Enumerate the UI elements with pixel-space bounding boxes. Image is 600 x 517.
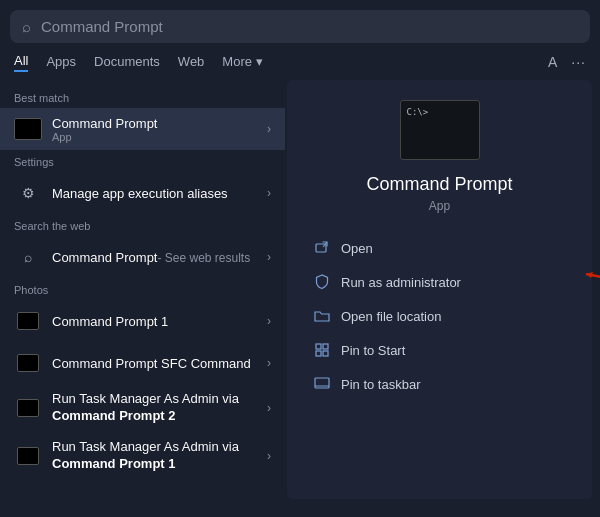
tab-all[interactable]: All [14,51,28,72]
photo-item-2[interactable]: Run Task Manager As Admin viaCommand Pro… [0,384,285,432]
folder-icon [313,307,331,325]
action-pin-taskbar[interactable]: Pin to taskbar [303,367,576,401]
search-bar: ⌕ Command Prompt [10,10,590,43]
best-match-text: Command Prompt App [52,116,257,143]
best-match-item[interactable]: Command Prompt App › [0,108,285,150]
open-icon [313,239,331,257]
search-web-chevron: › [267,250,271,264]
photo-icon-0 [14,307,42,335]
photos-label: Photos [0,278,285,300]
right-panel: Command Prompt App Open [287,80,592,499]
action-pin-start[interactable]: Pin to Start [303,333,576,367]
photo-item-3[interactable]: Run Task Manager As Admin viaCommand Pro… [0,432,285,480]
action-list: Open Run as administrator [303,231,576,401]
photo-chevron-1: › [267,356,271,370]
settings-label: Settings [0,150,285,172]
action-run-admin[interactable]: Run as administrator [303,265,576,299]
search-web-item[interactable]: ⌕ Command Prompt- See web results › [0,236,285,278]
best-match-label: Best match [0,86,285,108]
red-arrow [581,270,600,294]
action-run-admin-label: Run as administrator [341,275,461,290]
cmd-icon-best [14,115,42,143]
photo-item-0[interactable]: Command Prompt 1 › [0,300,285,342]
left-panel: Best match Command Prompt App › Settings… [0,80,285,507]
photo-title-3: Run Task Manager As Admin viaCommand Pro… [52,439,257,473]
tab-web[interactable]: Web [178,52,205,71]
main-content: Best match Command Prompt App › Settings… [0,80,600,507]
photo-text-0: Command Prompt 1 [52,314,257,329]
settings-chevron: › [267,186,271,200]
best-match-chevron: › [267,122,271,136]
svg-rect-3 [316,344,321,349]
pin-start-icon [313,341,331,359]
photo-title-0: Command Prompt 1 [52,314,257,329]
search-web-icon: ⌕ [14,243,42,271]
tab-apps[interactable]: Apps [46,52,76,71]
photo-icon-2 [14,394,42,422]
app-type: App [429,199,450,213]
svg-rect-6 [323,351,328,356]
photo-text-1: Command Prompt SFC Command [52,356,257,371]
photo-chevron-0: › [267,314,271,328]
settings-icon: ⚙ [14,179,42,207]
photo-title-1: Command Prompt SFC Command [52,356,257,371]
svg-rect-4 [323,344,328,349]
shield-icon [313,273,331,291]
action-open[interactable]: Open [303,231,576,265]
search-web-label: Search the web [0,214,285,236]
app-name: Command Prompt [366,174,512,195]
photo-icon-1 [14,349,42,377]
best-match-title: Command Prompt [52,116,257,131]
search-web-title: Command Prompt- See web results [52,250,257,265]
settings-item[interactable]: ⚙ Manage app execution aliases › [0,172,285,214]
font-size-button[interactable]: A [548,54,557,70]
settings-item-text: Manage app execution aliases [52,186,257,201]
photo-text-2: Run Task Manager As Admin viaCommand Pro… [52,391,257,425]
app-preview-icon [400,100,480,160]
pin-taskbar-icon [313,375,331,393]
photo-chevron-3: › [267,449,271,463]
action-file-location-label: Open file location [341,309,441,324]
tab-documents[interactable]: Documents [94,52,160,71]
photo-chevron-2: › [267,401,271,415]
tabs-bar: All Apps Documents Web More ▾ A ··· [0,43,600,80]
action-file-location[interactable]: Open file location [303,299,576,333]
action-pin-start-label: Pin to Start [341,343,405,358]
tab-more[interactable]: More ▾ [222,52,262,71]
photo-title-2: Run Task Manager As Admin viaCommand Pro… [52,391,257,425]
action-pin-taskbar-label: Pin to taskbar [341,377,421,392]
settings-item-title: Manage app execution aliases [52,186,257,201]
photo-text-3: Run Task Manager As Admin viaCommand Pro… [52,439,257,473]
svg-rect-5 [316,351,321,356]
more-options-button[interactable]: ··· [571,54,586,70]
action-open-label: Open [341,241,373,256]
photo-icon-3 [14,442,42,470]
search-input[interactable]: Command Prompt [41,18,578,35]
search-web-text: Command Prompt- See web results [52,250,257,265]
photo-item-1[interactable]: Command Prompt SFC Command › [0,342,285,384]
best-match-subtitle: App [52,131,257,143]
search-icon: ⌕ [22,18,31,35]
